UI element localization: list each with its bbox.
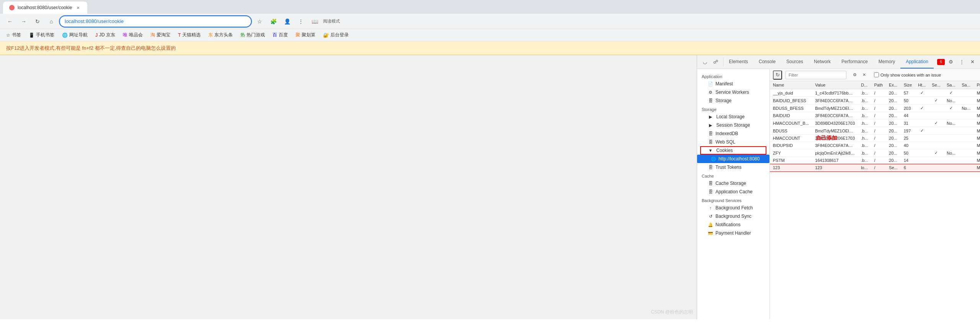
sidebar-item-background-sync[interactable]: ↺ Background Sync (697, 212, 769, 220)
tab-elements[interactable]: Elements (724, 55, 753, 69)
table-cell: HMACCOUNT_B... (770, 119, 812, 127)
address-text: localhost:8080/user/cookie (65, 18, 124, 24)
table-row[interactable]: HMACCOUNT_B...3D89BD43206E1703.h.../20..… (770, 119, 980, 127)
bookmark-item-8[interactable]: 热 热门游戏 (237, 31, 268, 39)
bookmark-item-6[interactable]: T 天猫精选 (175, 31, 204, 39)
col-header-httponly[interactable]: Ht... (915, 81, 929, 89)
tab-network[interactable]: Network (808, 55, 836, 69)
sidebar-item-local-storage[interactable]: ▶ Local Storage (697, 113, 769, 121)
tab-close-button[interactable]: ✕ (75, 5, 81, 11)
sidebar-item-localhost[interactable]: 🌐 http://localhost:8080 (697, 155, 769, 163)
sidebar-item-notifications[interactable]: 🔔 Notifications (697, 220, 769, 229)
menu-button[interactable]: ⋮ (296, 16, 306, 27)
table-row[interactable]: PSTM1641308617.b.../20...14M... (770, 157, 980, 164)
bookmark-star[interactable]: ☆ (254, 16, 265, 27)
browser-window: localhost:8080/user/cookie ✕ ← → ↻ ⌂ loc… (0, 0, 980, 319)
bookmark-item-3[interactable]: J JD 京东 (92, 31, 118, 39)
bookmark-item-10[interactable]: 聚 聚划算 (292, 31, 318, 39)
col-header-domain[interactable]: D... (858, 81, 871, 89)
table-cell: BDUSS_BFESS (770, 104, 812, 112)
device-toolbar-button[interactable]: ☍ (711, 57, 720, 67)
col-header-path[interactable]: Path (871, 81, 886, 89)
devtools-errors-badge[interactable]: 6 (937, 59, 945, 65)
tab-console[interactable]: Console (753, 55, 781, 69)
reader-mode-button[interactable]: 📖 (309, 16, 320, 27)
col-header-samesite2[interactable]: Sa... (959, 81, 973, 89)
table-cell (959, 127, 973, 135)
table-row[interactable]: __yjs_duid1_c43cdbf7176bb0293350....b...… (770, 89, 980, 97)
col-header-size[interactable]: Size (901, 81, 915, 89)
table-row[interactable]: HMACCOUNT3D89BD43206E1703.h.../20...25M.… (770, 135, 980, 142)
devtools-close-button[interactable]: ✕ (968, 57, 977, 67)
table-cell: / (871, 119, 886, 127)
refresh-button[interactable]: ↻ (32, 16, 43, 27)
col-header-secure[interactable]: Se... (929, 81, 944, 89)
address-bar[interactable]: localhost:8080/user/cookie (60, 16, 251, 27)
col-header-name[interactable]: Name (770, 81, 812, 89)
bookmark-item-11[interactable]: 🔐 后台登录 (320, 31, 352, 39)
bookmark-item-1[interactable]: 📱 手机书签 (26, 31, 57, 39)
table-row[interactable]: 123123lo.../Se...6M... (770, 164, 980, 171)
table-row[interactable]: ZFYplcjqOmEnI:Ajt2lk8lem:Bg3....b.../20.… (770, 149, 980, 157)
table-cell: 197 (901, 127, 915, 135)
only-show-issues-checkbox[interactable] (874, 72, 879, 77)
table-row[interactable]: BIDUPSID3F84E0CC6FA7A03B6F2CE....b.../20… (770, 142, 980, 149)
sidebar-item-cookies[interactable]: ▼ Cookies (697, 146, 769, 155)
sidebar-section-bg-services: Background Services (697, 196, 769, 204)
tab-memory[interactable]: Memory (873, 55, 900, 69)
bookmark-label-6: 天猫精选 (182, 32, 201, 38)
extensions-button[interactable]: 🧩 (268, 16, 279, 27)
table-row[interactable]: BAIDUID_BFESS3F84E0CC6FA7A03B6F2CE....b.… (770, 97, 980, 104)
table-cell (944, 157, 959, 164)
sidebar-label-trust-tokens: Trust Tokens (715, 165, 742, 170)
devtools-settings-button[interactable]: ⚙ (946, 57, 956, 67)
bookmark-item-2[interactable]: 🌐 网址导航 (59, 31, 91, 39)
table-cell: __yjs_duid (770, 89, 812, 97)
sidebar-item-service-workers[interactable]: ⚙ Service Workers (697, 88, 769, 96)
tab-sources[interactable]: Sources (781, 55, 808, 69)
filter-clear-button[interactable]: ✕ (860, 71, 868, 79)
sidebar-item-background-fetch[interactable]: ↑ Background Fetch (697, 204, 769, 212)
forward-button[interactable]: → (18, 16, 29, 27)
sidebar-item-storage[interactable]: 🗄 Storage (697, 96, 769, 105)
localhost-cookie-icon: 🌐 (711, 157, 716, 162)
table-row[interactable]: BDUSSBmdTdyMEZ1OElOVnZ1cnF....b.../20...… (770, 127, 980, 135)
sidebar-item-application-cache[interactable]: 🗄 Application Cache (697, 188, 769, 196)
refresh-cookies-button[interactable]: ↻ (773, 70, 782, 80)
tab-application[interactable]: Application (900, 55, 934, 69)
table-cell: 20... (886, 135, 901, 142)
sidebar-item-indexed-db[interactable]: 🗄 IndexedDB (697, 129, 769, 138)
devtools-more-button[interactable]: ⋮ (957, 57, 966, 67)
bookmark-item-7[interactable]: 东 东方头条 (205, 31, 236, 39)
col-header-priority[interactable]: Pri... (973, 81, 980, 89)
account-button[interactable]: 👤 (282, 16, 292, 27)
sidebar-item-cache-storage[interactable]: 🗄 Cache Storage (697, 179, 769, 188)
table-cell: M... (973, 157, 980, 164)
table-cell: / (871, 149, 886, 157)
sidebar-item-web-sql[interactable]: 🗄 Web SQL (697, 138, 769, 146)
col-header-samesite[interactable]: Sa... (944, 81, 959, 89)
table-cell: M... (973, 119, 980, 127)
cookie-filter-input[interactable] (785, 71, 846, 79)
browser-tab[interactable]: localhost:8080/user/cookie ✕ (3, 2, 87, 14)
back-button[interactable]: ← (5, 16, 15, 27)
bookmark-item-5[interactable]: 淘 爱淘宝 (147, 31, 173, 39)
bookmark-item-4[interactable]: 唯 唯品会 (120, 31, 146, 39)
home-button[interactable]: ⌂ (46, 16, 57, 27)
table-cell (959, 112, 973, 119)
cookie-table-body: __yjs_duid1_c43cdbf7176bb0293350....b...… (770, 89, 980, 171)
sidebar-item-trust-tokens[interactable]: 🗄 Trust Tokens (697, 163, 769, 171)
sidebar-item-payment-handler[interactable]: 💳 Payment Handler (697, 229, 769, 237)
cache-storage-icon: 🗄 (708, 181, 713, 186)
col-header-value[interactable]: Value (812, 81, 858, 89)
inspect-element-button[interactable]: ◡ (700, 57, 709, 67)
sidebar-item-session-storage[interactable]: ▶ Session Storage (697, 121, 769, 129)
bookmark-item-0[interactable]: ☆ 书签 (3, 31, 24, 39)
table-row[interactable]: BDUSS_BFESSBmdTdyMEZ1OElOVnZ1cnF....b...… (770, 104, 980, 112)
table-row[interactable]: BAIDUID3F84E0CC6FA7A03B6F2CE....b.../20.… (770, 112, 980, 119)
bookmark-item-9[interactable]: 百 百度 (270, 31, 291, 39)
tab-performance[interactable]: Performance (836, 55, 873, 69)
col-header-expires[interactable]: Ex... (886, 81, 901, 89)
sidebar-item-manifest[interactable]: 📄 Manifest (697, 80, 769, 88)
filter-settings-button[interactable]: ⚙ (851, 71, 859, 79)
